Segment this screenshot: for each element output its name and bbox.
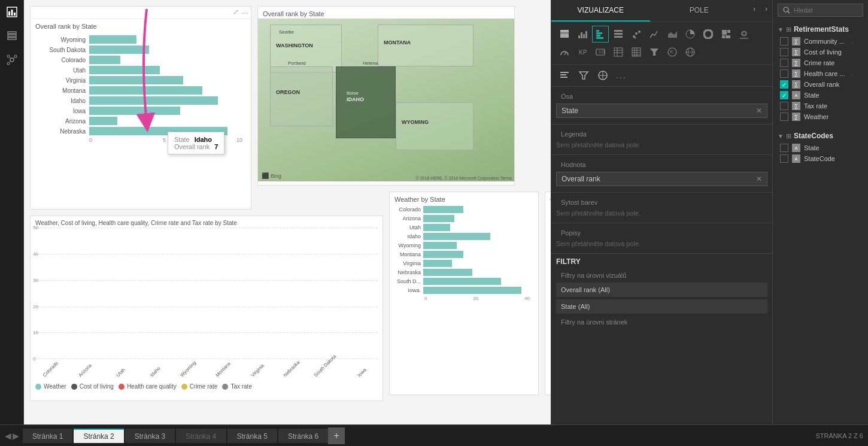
weather-hbar-row: Utah <box>393 224 535 231</box>
viz-icon-100bar[interactable] <box>610 26 627 43</box>
legenda-section: Legenda Sem přetáhněte datová pole. <box>551 125 772 155</box>
viz-icon-donut[interactable] <box>700 26 717 43</box>
prev-page-arrow[interactable]: ◀ <box>5 431 11 441</box>
svg-rect-45 <box>614 48 623 56</box>
model-icon[interactable] <box>5 53 19 67</box>
viz-icon-hbar[interactable] <box>592 26 609 43</box>
field-state-rs[interactable]: ✓ A State <box>778 90 863 101</box>
hbar-label: Montana <box>35 87 89 94</box>
filter-overall-rank[interactable]: Overall rank (All) <box>556 283 767 297</box>
field-statecode[interactable]: A StateCode <box>778 153 863 164</box>
osa-dropdown[interactable]: State ✕ <box>556 104 767 118</box>
viz-icon-analytics[interactable] <box>594 67 611 84</box>
viz-icon-rmap[interactable]: R <box>664 44 681 60</box>
viz-icon-area[interactable] <box>664 26 681 43</box>
sytost-placeholder: Sem přetáhněte datová pole. <box>556 207 767 219</box>
hodnota-close-icon[interactable]: ✕ <box>756 175 762 183</box>
page-tab[interactable]: Stránka 6 <box>278 429 328 443</box>
viz-icon-filter2[interactable] <box>575 67 592 84</box>
field-cost-checkbox[interactable] <box>780 48 788 56</box>
chart-more-icon[interactable]: ··· <box>241 8 248 17</box>
col-hbar-row: Idaho <box>549 206 551 213</box>
viz-icon-card[interactable]: 123 <box>592 44 609 60</box>
field-state-sc-checkbox[interactable] <box>780 144 788 152</box>
field-overall-icon: ∑ <box>792 80 800 89</box>
viz-icons-section: KPI 123 R <box>551 22 772 65</box>
field-overall-checkbox[interactable]: ✓ <box>780 80 788 89</box>
field-health-checkbox[interactable] <box>780 69 788 78</box>
weather-hbar-row: Colorado <box>393 206 535 213</box>
next-page-arrow[interactable]: ▶ <box>13 431 19 441</box>
chart-multi-metric: Weather, Cost of living, Health care qua… <box>30 216 383 401</box>
weather-hbar-row: Iowa. <box>393 287 535 294</box>
field-overall-label: Overall rank <box>804 81 839 88</box>
dataset2-title: StateCodes <box>794 132 833 140</box>
svg-line-12 <box>13 57 14 59</box>
expand-right-panel[interactable]: › <box>748 0 760 22</box>
page-tab[interactable]: Stránka 2 <box>74 429 123 443</box>
field-community-checkbox[interactable] <box>780 37 788 45</box>
viz-icon-scatter[interactable] <box>628 26 645 43</box>
svg-line-11 <box>10 57 11 59</box>
viz-icon-matrix[interactable] <box>628 44 645 60</box>
expand-right-panel2[interactable]: › <box>760 0 772 22</box>
field-cost[interactable]: ∑ Cost of living <box>778 47 863 57</box>
field-taxrate-checkbox[interactable] <box>780 102 788 110</box>
viz-icon-funnel[interactable] <box>646 44 663 60</box>
field-weather[interactable]: ∑ Weather <box>778 111 863 122</box>
page-tab[interactable]: Stránka 5 <box>227 429 277 443</box>
tab-vizualizace[interactable]: VIZUALIZACE <box>551 0 650 22</box>
legenda-placeholder: Sem přetáhněte datová pole. <box>556 139 767 151</box>
hbar-row: Utah <box>35 66 246 74</box>
tab-pole[interactable]: POLE <box>650 0 749 22</box>
page-tab[interactable]: Stránka 1 <box>23 429 72 443</box>
viz-icon-stacked-bar[interactable] <box>556 26 573 43</box>
filtry-page-label: Filtry na úrovni stránek <box>556 316 767 327</box>
viz-icon-globe[interactable] <box>682 44 699 60</box>
report-icon[interactable] <box>5 5 19 19</box>
search-box[interactable] <box>778 4 863 17</box>
hbar-row: Nebraska <box>35 127 246 135</box>
viz-icon-kpi[interactable]: KPI <box>574 44 591 60</box>
svg-line-13 <box>10 61 11 62</box>
page-tab[interactable]: Stránka 3 <box>125 429 175 443</box>
hodnota-dropdown[interactable]: Overall rank ✕ <box>556 172 767 186</box>
field-overall[interactable]: ✓ ∑ Overall rank <box>778 79 863 90</box>
chart-cost-of-living: Cost of living by State Idaho Iowa Nebra… <box>545 192 551 395</box>
page-tab[interactable]: Stránka 4 <box>176 429 226 443</box>
field-crime[interactable]: ∑ Crime rate <box>778 57 863 68</box>
filter-state[interactable]: State (All) <box>556 299 767 314</box>
field-weather-checkbox[interactable] <box>780 113 788 121</box>
svg-point-33 <box>704 30 712 38</box>
legenda-label: Legenda <box>556 128 767 139</box>
col-hbar-row: Monta... <box>549 287 551 294</box>
viz-icon-format[interactable] <box>556 67 573 84</box>
field-community[interactable]: ∑ Community ... ... <box>778 36 863 47</box>
data-icon[interactable] <box>5 29 19 43</box>
field-health[interactable]: ∑ Health care ... ... <box>778 68 863 79</box>
chart-focus-icon[interactable]: ⤢ <box>233 8 239 17</box>
viz-icon-pie[interactable] <box>682 26 699 43</box>
field-statecode-checkbox[interactable] <box>780 154 788 163</box>
viz-icon-bar[interactable] <box>574 26 591 43</box>
svg-rect-17 <box>578 35 580 38</box>
svg-rect-35 <box>727 30 730 33</box>
field-crime-checkbox[interactable] <box>780 59 788 67</box>
viz-icon-gauge[interactable] <box>556 44 573 60</box>
viz-icon-map[interactable] <box>736 26 752 43</box>
field-state-sc[interactable]: A State <box>778 142 863 153</box>
hbar-label: Wyoming <box>35 37 89 43</box>
field-state-rs-checkbox[interactable]: ✓ <box>780 91 788 99</box>
svg-text:KPI: KPI <box>579 49 587 56</box>
add-page-button[interactable]: + <box>328 427 345 444</box>
col-hbar-row: Utah <box>549 233 551 240</box>
col-hbar-row: Wyomi... <box>549 242 551 249</box>
viz-icon-table[interactable] <box>610 44 627 60</box>
osa-close-icon[interactable]: ✕ <box>756 107 762 115</box>
viz-icon-treemap[interactable] <box>718 26 735 43</box>
hbar-fill <box>89 107 180 115</box>
weather-hbar-row: Wyoming <box>393 242 535 249</box>
field-taxrate[interactable]: ∑ Tax rate <box>778 101 863 111</box>
viz-icon-line[interactable] <box>646 26 663 43</box>
search-input[interactable] <box>794 7 858 14</box>
